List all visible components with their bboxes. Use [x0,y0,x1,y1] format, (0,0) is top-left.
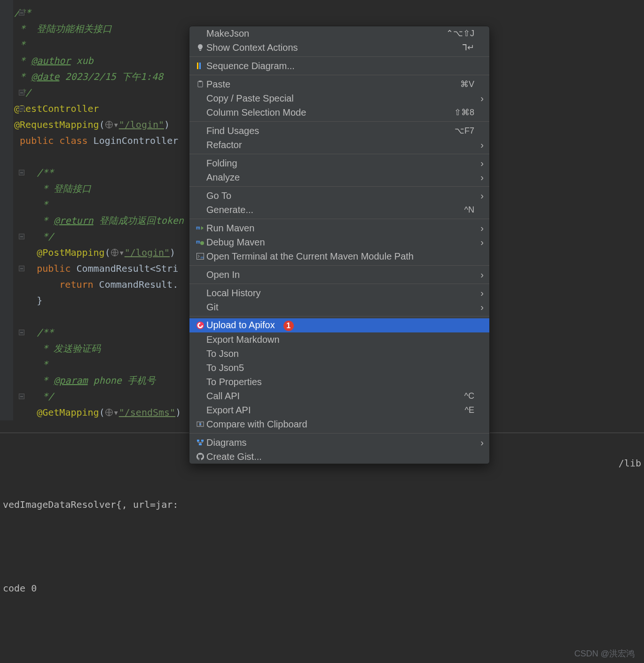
globe-icon[interactable] [105,408,113,417]
menu-shortcut: ^E [432,405,474,415]
menu-label: Show Context Actions [206,42,432,53]
apifox-icon [194,321,206,330]
fold-mark-icon[interactable] [19,90,24,95]
code-text: 手机号 [122,375,156,386]
menu-item-analyze[interactable]: Analyze › [189,170,489,184]
compare-icon [194,420,206,428]
menu-label: Copy / Paste Special [206,93,432,104]
annotation: @GetMapping [37,407,99,418]
console-line: code 0 [3,583,641,594]
keyword: public [37,263,71,274]
svg-rect-5 [198,81,203,87]
menu-item-column-selection[interactable]: Column Selection Mode ⇧⌘8 [189,105,489,119]
globe-icon[interactable] [105,120,113,129]
menu-separator [189,56,489,57]
menu-item-sequence-diagram[interactable]: Sequence Diagram... [189,59,489,73]
chevron-right-icon: › [474,269,484,280]
annotation: @RestController [14,103,99,114]
fold-mark-icon[interactable] [19,266,24,271]
menu-item-export-api[interactable]: Export API ^E [189,403,489,417]
chevron-right-icon: › [474,237,484,248]
fold-mark-icon[interactable] [19,330,24,335]
menu-label: Local History [206,288,432,299]
doctag: @param [54,375,87,386]
globe-icon[interactable] [110,248,119,257]
menu-item-open-terminal[interactable]: m Open Terminal at the Current Maven Mod… [189,249,489,263]
menu-item-compare-clipboard[interactable]: Compare with Clipboard [189,417,489,431]
menu-label: Compare with Clipboard [206,419,432,430]
menu-item-open-in[interactable]: Open In › [189,268,489,282]
code-text: } [37,295,42,306]
svg-text:m: m [201,256,204,259]
menu-separator [189,265,489,266]
class-name: LoginController [94,135,184,146]
code-text: * [37,199,48,210]
menu-item-debug-maven[interactable]: m Debug Maven › [189,235,489,249]
menu-label: Open In [206,269,432,280]
menu-label: Analyze [206,172,432,183]
annotation: @PostMapping [37,247,105,258]
keyword: class [59,135,87,146]
menu-item-show-context-actions[interactable]: Show Context Actions ⅂↵ [189,40,489,55]
menu-item-local-history[interactable]: Local History › [189,286,489,300]
code-text: CommandResult. [94,279,179,290]
code-text: /** [37,167,54,178]
menu-separator [189,433,489,434]
menu-item-call-api[interactable]: Call API ^C [189,389,489,403]
menu-item-upload-apifox[interactable]: Upload to Apifox1 [189,318,489,332]
fold-mark-icon[interactable] [19,10,24,16]
fold-mark-icon[interactable] [19,106,24,111]
menu-item-refactor[interactable]: Refactor › [189,138,489,152]
context-menu[interactable]: MakeJson ⌃⌥⇧J Show Context Actions ⅂↵ Se… [189,26,490,464]
chevron-right-icon: › [474,288,484,299]
menu-separator [189,316,489,316]
menu-item-make-json[interactable]: MakeJson ⌃⌥⇧J [189,26,489,40]
code-text: /** [37,327,54,338]
menu-label: Diagrams [206,437,432,448]
menu-label: Open Terminal at the Current Maven Modul… [206,251,432,262]
menu-label: Folding [206,158,432,169]
annotation: @RequestMapping [14,119,99,130]
code-text: * [37,359,48,370]
menu-label: Sequence Diagram... [206,61,432,71]
menu-item-to-json5[interactable]: To Json5 [189,361,489,375]
code-text: */ [37,391,54,402]
menu-shortcut: ^N [432,205,474,215]
fold-mark-icon[interactable] [19,394,24,399]
code-text: * 登陆功能相关接口 [14,23,112,34]
menu-item-goto[interactable]: Go To › [189,189,489,203]
svg-rect-6 [199,81,202,82]
menu-label: Find Usages [206,126,432,136]
code-text: * [14,55,31,66]
diagram-icon [194,439,206,446]
code-text: 登陆成功返回token [94,215,184,226]
menu-item-to-json[interactable]: To Json [189,347,489,361]
console-panel[interactable]: vedImageDataResolver{, url=jar: /lib cod… [0,433,644,663]
menu-shortcut: ⌥F7 [432,126,474,136]
menu-item-copy-paste-special[interactable]: Copy / Paste Special › [189,91,489,105]
doctag: @return [54,215,93,226]
menu-label: Paste [206,79,432,90]
menu-item-git[interactable]: Git › [189,300,489,314]
menu-item-folding[interactable]: Folding › [189,156,489,170]
menu-separator [189,284,489,284]
menu-item-generate[interactable]: Generate... ^N [189,203,489,217]
svg-text:m: m [196,225,200,230]
fold-mark-icon[interactable] [19,234,24,239]
menu-item-to-properties[interactable]: To Properties [189,375,489,389]
menu-shortcut: ⇧⌘8 [432,107,474,118]
string-literal: "/sendSms" [119,407,175,418]
menu-item-run-maven[interactable]: m Run Maven › [189,221,489,235]
code-text: xub [71,55,93,66]
menu-item-export-markdown[interactable]: Export Markdown [189,332,489,347]
menu-item-find-usages[interactable]: Find Usages ⌥F7 [189,124,489,138]
menu-item-create-gist[interactable]: Create Gist... [189,450,489,464]
menu-label: Git [206,302,432,313]
string-literal: "/login" [125,247,170,258]
fold-mark-icon[interactable] [19,170,24,175]
menu-item-diagrams[interactable]: Diagrams › [189,435,489,450]
menu-item-paste[interactable]: Paste ⌘V [189,77,489,91]
menu-label: Run Maven [206,223,432,234]
menu-label: Upload to Apifox1 [206,320,432,331]
menu-shortcut: ⅂↵ [432,42,474,53]
